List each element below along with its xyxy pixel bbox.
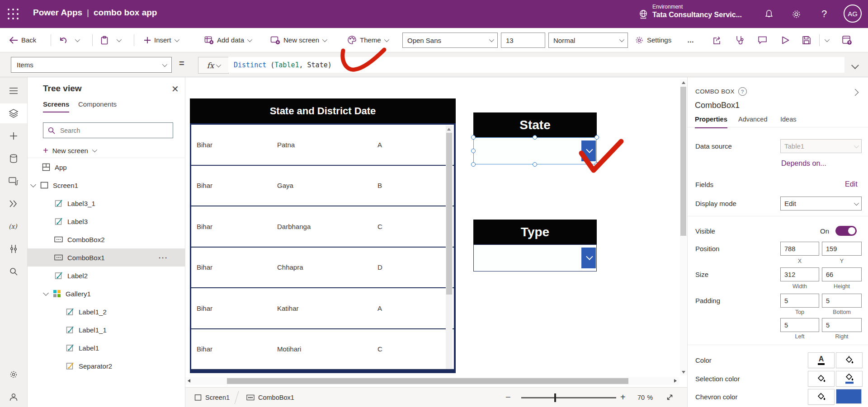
tree-item-combobox2[interactable]: ComboBox2 [28, 230, 185, 248]
publish-button[interactable] [842, 28, 853, 52]
search-icon[interactable] [0, 262, 27, 281]
scroll-left-arrow[interactable] [188, 379, 190, 383]
position-x-input[interactable] [780, 242, 819, 256]
padding-left-input[interactable] [780, 318, 819, 332]
depends-on-link[interactable]: Depends on... [781, 159, 826, 168]
gallery-row[interactable]: BiharGayaB [191, 166, 454, 207]
environment-switcher[interactable]: Environment Tata Consultancy Servic... [652, 4, 742, 19]
scroll-right-arrow[interactable] [674, 379, 677, 383]
type-combo-chevron-button[interactable] [581, 248, 596, 268]
selection-handle[interactable] [471, 135, 476, 140]
help-circle-icon[interactable]: ? [738, 87, 747, 96]
selection-handle[interactable] [594, 162, 599, 167]
data-icon[interactable] [0, 149, 27, 168]
paste-dropdown-chevron[interactable] [117, 28, 120, 52]
canvas-horizontal-scrollbar[interactable] [185, 377, 679, 385]
waffle-menu-icon[interactable] [6, 7, 20, 21]
fit-to-window-icon[interactable] [666, 388, 674, 407]
zoom-slider-thumb[interactable] [554, 393, 556, 402]
scroll-up-arrow[interactable] [682, 81, 685, 84]
breadcrumb-control[interactable]: ComboBox1 [246, 388, 294, 407]
horizontal-scroll-thumb[interactable] [227, 378, 628, 384]
settings-gear-icon[interactable] [789, 7, 803, 21]
app-checker-icon[interactable] [735, 28, 744, 52]
avatar[interactable]: AG [844, 5, 862, 23]
visible-toggle[interactable] [835, 226, 857, 236]
tree-item-label1_1[interactable]: Label1_1 [28, 321, 185, 339]
state-combo-chevron-button[interactable] [581, 140, 596, 161]
tab-components[interactable]: Components [78, 100, 117, 108]
tree-item-label1[interactable]: Label1 [28, 339, 185, 357]
tree-item-label3[interactable]: Label3 [28, 212, 185, 230]
paste-button[interactable] [100, 28, 108, 52]
variables-icon[interactable]: (x) [0, 216, 27, 236]
chevron-expanded-icon[interactable] [30, 182, 36, 187]
selection-handle[interactable] [533, 135, 537, 140]
settings-gear-icon[interactable] [0, 365, 27, 384]
panel-collapse-chevron[interactable] [852, 89, 859, 96]
fx-dropdown[interactable]: fx [198, 57, 229, 74]
tab-ideas[interactable]: Ideas [780, 116, 796, 123]
tab-screens[interactable]: Screens [43, 100, 69, 112]
undo-button[interactable] [59, 28, 68, 52]
user-icon[interactable] [0, 387, 27, 407]
tree-view-icon[interactable] [0, 103, 27, 123]
padding-right-input[interactable] [822, 318, 862, 332]
close-icon[interactable]: ✕ [171, 84, 179, 94]
search-input[interactable] [59, 126, 168, 135]
environment-globe-icon[interactable] [637, 7, 650, 21]
notifications-bell-icon[interactable] [762, 7, 776, 21]
selection-handle[interactable] [594, 135, 599, 140]
chevron-color-swatch[interactable] [836, 389, 862, 404]
zoom-in-button[interactable]: + [620, 388, 626, 407]
size-width-input[interactable] [780, 267, 819, 281]
insert-plus-icon[interactable] [0, 126, 27, 146]
settings-button[interactable]: Settings [635, 28, 671, 52]
undo-dropdown-chevron[interactable] [75, 28, 79, 52]
selection-handle[interactable] [471, 162, 476, 167]
gallery-row[interactable]: BiharChhapraD [191, 248, 454, 289]
display-mode-select[interactable]: Edit [780, 196, 862, 211]
advanced-tools-icon[interactable] [0, 239, 27, 259]
gallery-header[interactable]: State and District Date [190, 98, 456, 123]
add-data-menu[interactable]: Add data [204, 28, 251, 52]
tree-item-label1_2[interactable]: Label1_2 [28, 303, 185, 321]
gallery-row[interactable]: BiharPatnaA [191, 125, 454, 166]
type-combobox[interactable] [473, 244, 597, 271]
property-selector[interactable]: Items [11, 57, 172, 73]
back-button[interactable]: Back [9, 28, 36, 52]
hamburger-icon[interactable] [0, 81, 27, 101]
insert-menu[interactable]: Insert [144, 28, 178, 52]
gallery-control[interactable]: BiharPatnaABiharGayaBBiharDarbhangaCBiha… [190, 123, 456, 373]
share-button[interactable] [712, 28, 722, 52]
position-y-input[interactable] [822, 242, 862, 256]
tree-item-label2[interactable]: Label2 [28, 267, 185, 285]
design-canvas[interactable]: State and District Date BiharPatnaABihar… [185, 77, 687, 387]
chevron-expanded-icon[interactable] [43, 290, 49, 296]
size-height-input[interactable] [822, 267, 862, 281]
tree-item-separator2[interactable]: Separator2 [28, 357, 185, 375]
text-style-select[interactable]: Normal [548, 33, 628, 48]
tree-item-label3_1[interactable]: Label3_1 [28, 194, 185, 212]
tab-properties[interactable]: Properties [695, 116, 727, 128]
tree-item-app[interactable]: App [28, 158, 185, 176]
canvas-vertical-scrollbar[interactable] [680, 80, 687, 375]
type-combo-header[interactable]: Type [473, 220, 597, 244]
font-size-input[interactable]: 13 [501, 33, 545, 48]
selection-handle[interactable] [471, 149, 476, 153]
scroll-up-arrow[interactable] [447, 128, 451, 131]
fields-edit-link[interactable]: Edit [845, 180, 858, 188]
theme-menu[interactable]: Theme [347, 28, 388, 52]
tree-item-gallery1[interactable]: Gallery1 [28, 285, 185, 303]
chevron-font-color-button[interactable] [808, 389, 835, 405]
fill-color-button[interactable] [836, 352, 863, 368]
data-source-select[interactable]: Table1 [780, 139, 862, 153]
state-combobox[interactable] [473, 137, 597, 164]
gallery-row[interactable]: BiharMotihariC [191, 329, 454, 370]
preview-play-button[interactable] [781, 28, 790, 52]
padding-top-input[interactable] [780, 294, 819, 308]
new-screen-menu[interactable]: New screen [270, 28, 326, 52]
selection-fill-color-button[interactable] [836, 371, 863, 387]
formula-expand-chevron[interactable] [852, 62, 857, 70]
selection-font-color-button[interactable] [808, 371, 835, 387]
